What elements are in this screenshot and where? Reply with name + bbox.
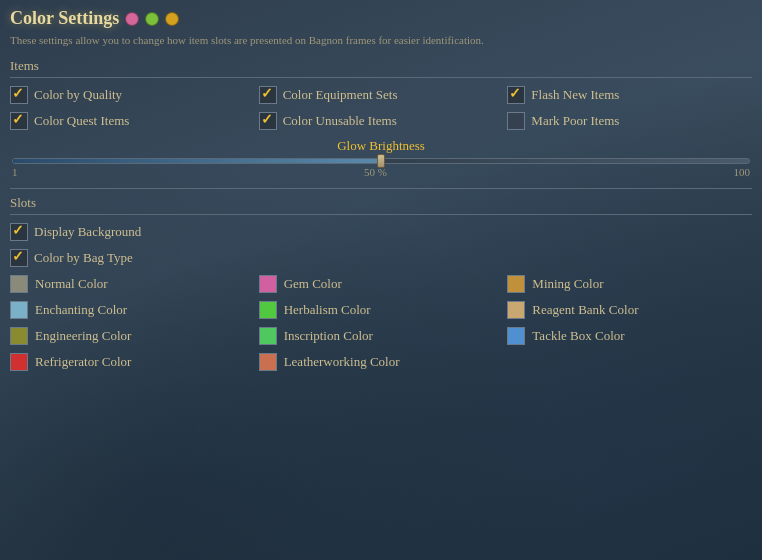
minimize-button[interactable] — [145, 12, 159, 26]
checkbox-color-bag[interactable]: Color by Bag Type — [10, 249, 752, 267]
glow-brightness-section: Glow Brightness 1 50 % 100 — [10, 138, 752, 178]
items-checkbox-grid: Color by Quality Color Equipment Sets Fl… — [10, 86, 752, 130]
checkbox-flash-items[interactable]: Flash New Items — [507, 86, 752, 104]
color-item-herbalism[interactable]: Herbalism Color — [259, 301, 504, 319]
checkbox-flash-items-box[interactable] — [507, 86, 525, 104]
main-panel: Color Settings These settings allow you … — [0, 0, 762, 391]
color-item-mining[interactable]: Mining Color — [507, 275, 752, 293]
color-item-engineering[interactable]: Engineering Color — [10, 327, 255, 345]
checkbox-mark-poor-box[interactable] — [507, 112, 525, 130]
maximize-button[interactable] — [165, 12, 179, 26]
checkbox-display-bg[interactable]: Display Background — [10, 223, 752, 241]
gem-color-label: Gem Color — [284, 276, 342, 292]
tacklebox-color-swatch[interactable] — [507, 327, 525, 345]
color-item-leatherworking[interactable]: Leatherworking Color — [259, 353, 504, 371]
section-divider — [10, 188, 752, 189]
checkbox-color-unusable-box[interactable] — [259, 112, 277, 130]
checkbox-color-equipment-label: Color Equipment Sets — [283, 87, 398, 103]
glow-label: Glow Brightness — [10, 138, 752, 154]
glow-min-label: 1 — [12, 166, 18, 178]
items-header: Items — [10, 58, 752, 78]
color-item-refrigerator[interactable]: Refrigerator Color — [10, 353, 255, 371]
checkbox-color-quest-label: Color Quest Items — [34, 113, 129, 129]
inscription-color-swatch[interactable] — [259, 327, 277, 345]
herbalism-color-label: Herbalism Color — [284, 302, 371, 318]
engineering-color-label: Engineering Color — [35, 328, 131, 344]
slots-section: Slots Display Background Color by Bag Ty… — [10, 195, 752, 371]
glow-max-label: 100 — [733, 166, 750, 178]
enchanting-color-label: Enchanting Color — [35, 302, 127, 318]
title-bar: Color Settings — [10, 8, 752, 29]
leatherworking-color-swatch[interactable] — [259, 353, 277, 371]
gem-color-swatch[interactable] — [259, 275, 277, 293]
checkbox-color-quality-label: Color by Quality — [34, 87, 122, 103]
checkbox-color-quest[interactable]: Color Quest Items — [10, 112, 255, 130]
color-item-normal[interactable]: Normal Color — [10, 275, 255, 293]
color-item-inscription[interactable]: Inscription Color — [259, 327, 504, 345]
checkbox-mark-poor-label: Mark Poor Items — [531, 113, 619, 129]
color-item-enchanting[interactable]: Enchanting Color — [10, 301, 255, 319]
checkbox-color-unusable[interactable]: Color Unusable Items — [259, 112, 504, 130]
reagent-color-swatch[interactable] — [507, 301, 525, 319]
glow-slider-thumb[interactable] — [377, 154, 385, 168]
leatherworking-color-label: Leatherworking Color — [284, 354, 400, 370]
mining-color-label: Mining Color — [532, 276, 603, 292]
checkbox-mark-poor[interactable]: Mark Poor Items — [507, 112, 752, 130]
checkbox-color-equipment-box[interactable] — [259, 86, 277, 104]
items-section: Items Color by Quality Color Equipment S… — [10, 58, 752, 178]
checkbox-color-equipment[interactable]: Color Equipment Sets — [259, 86, 504, 104]
checkbox-flash-items-label: Flash New Items — [531, 87, 619, 103]
checkbox-color-quality-box[interactable] — [10, 86, 28, 104]
mining-color-swatch[interactable] — [507, 275, 525, 293]
checkbox-color-unusable-label: Color Unusable Items — [283, 113, 397, 129]
subtitle-text: These settings allow you to change how i… — [10, 33, 752, 48]
normal-color-label: Normal Color — [35, 276, 108, 292]
glow-slider-track — [12, 158, 750, 164]
close-button[interactable] — [125, 12, 139, 26]
reagent-color-label: Reagent Bank Color — [532, 302, 638, 318]
enchanting-color-swatch[interactable] — [10, 301, 28, 319]
checkbox-color-quest-box[interactable] — [10, 112, 28, 130]
refrigerator-color-swatch[interactable] — [10, 353, 28, 371]
checkbox-color-quality[interactable]: Color by Quality — [10, 86, 255, 104]
checkbox-color-bag-label: Color by Bag Type — [34, 250, 133, 266]
checkbox-display-bg-box[interactable] — [10, 223, 28, 241]
checkbox-color-bag-box[interactable] — [10, 249, 28, 267]
inscription-color-label: Inscription Color — [284, 328, 373, 344]
slots-header: Slots — [10, 195, 752, 215]
normal-color-swatch[interactable] — [10, 275, 28, 293]
herbalism-color-swatch[interactable] — [259, 301, 277, 319]
glow-slider-container: 1 50 % 100 — [10, 158, 752, 178]
glow-slider-fill — [13, 159, 381, 163]
checkbox-display-bg-label: Display Background — [34, 224, 141, 240]
color-item-gem[interactable]: Gem Color — [259, 275, 504, 293]
tacklebox-color-label: Tackle Box Color — [532, 328, 624, 344]
color-grid: Normal Color Gem Color Mining Color Ench… — [10, 275, 752, 371]
engineering-color-swatch[interactable] — [10, 327, 28, 345]
color-item-tacklebox[interactable]: Tackle Box Color — [507, 327, 752, 345]
color-item-reagent[interactable]: Reagent Bank Color — [507, 301, 752, 319]
page-title: Color Settings — [10, 8, 119, 29]
refrigerator-color-label: Refrigerator Color — [35, 354, 131, 370]
